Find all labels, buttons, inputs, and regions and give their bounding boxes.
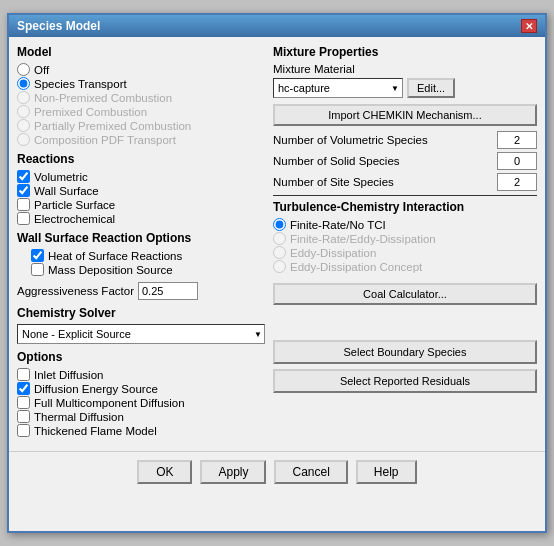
options-section-title: Options: [17, 350, 265, 364]
site-value: 2: [497, 173, 537, 191]
wall-reaction-group: Heat of Surface Reactions Mass Depositio…: [17, 249, 265, 276]
radio-finite-rate-eddy: [273, 232, 286, 245]
radio-premixed: [17, 105, 30, 118]
titlebar: Species Model ✕: [9, 15, 545, 37]
site-species-row: Number of Site Species 2: [273, 173, 537, 191]
left-panel: Model Off Species Transport Non-Premixed…: [17, 45, 265, 443]
select-buttons-group: Select Boundary Species Select Reported …: [273, 340, 537, 398]
aggressiveness-row: Aggressiveness Factor: [17, 282, 265, 300]
turbulence-finite-rate-eddy[interactable]: Finite-Rate/Eddy-Dissipation: [273, 232, 537, 245]
model-option-composition-pdf[interactable]: Composition PDF Transport: [17, 133, 265, 146]
footer: OK Apply Cancel Help: [9, 451, 545, 492]
main-content: Model Off Species Transport Non-Premixed…: [9, 37, 545, 451]
model-section-title: Model: [17, 45, 265, 59]
select-boundary-species-button[interactable]: Select Boundary Species: [273, 340, 537, 364]
help-button[interactable]: Help: [356, 460, 417, 484]
reaction-wall-surface[interactable]: Wall Surface: [17, 184, 265, 197]
import-chemkin-button[interactable]: Import CHEMKIN Mechanism...: [273, 104, 537, 126]
apply-button[interactable]: Apply: [200, 460, 266, 484]
radio-eddy-dissipation-concept: [273, 260, 286, 273]
chemistry-solver-combo[interactable]: None - Explicit Source ▼: [17, 324, 265, 344]
radio-finite-rate-no-tci[interactable]: [273, 218, 286, 231]
volumetric-species-row: Number of Volumetric Species 2: [273, 131, 537, 149]
reaction-particle-surface[interactable]: Particle Surface: [17, 198, 265, 211]
option-inlet-diffusion[interactable]: Inlet Diffusion: [17, 368, 265, 381]
combo-arrow-icon: ▼: [254, 330, 262, 339]
chemistry-solver-row: None - Explicit Source ▼: [17, 324, 265, 344]
radio-off[interactable]: [17, 63, 30, 76]
turbulence-section: Turbulence-Chemistry Interaction Finite-…: [273, 195, 537, 273]
turbulence-radio-group: Finite-Rate/No TCI Finite-Rate/Eddy-Diss…: [273, 218, 537, 273]
chemistry-solver-title: Chemistry Solver: [17, 306, 265, 320]
check-diffusion-energy[interactable]: [17, 382, 30, 395]
wall-reaction-heat[interactable]: Heat of Surface Reactions: [31, 249, 265, 262]
solid-species-row: Number of Solid Species 0: [273, 152, 537, 170]
radio-partially-premixed: [17, 119, 30, 132]
radio-species-transport[interactable]: [17, 77, 30, 90]
option-thermal-diffusion[interactable]: Thermal Diffusion: [17, 410, 265, 423]
mixture-material-label: Mixture Material: [273, 63, 537, 75]
solid-label: Number of Solid Species: [273, 155, 400, 167]
wall-reaction-title: Wall Surface Reaction Options: [17, 231, 265, 245]
aggressiveness-label: Aggressiveness Factor: [17, 285, 134, 297]
select-reported-residuals-button[interactable]: Select Reported Residuals: [273, 369, 537, 393]
check-inlet-diffusion[interactable]: [17, 368, 30, 381]
window-title: Species Model: [17, 19, 100, 33]
check-full-multicomponent[interactable]: [17, 396, 30, 409]
aggressiveness-input[interactable]: [138, 282, 198, 300]
reaction-electrochemical[interactable]: Electrochemical: [17, 212, 265, 225]
check-mass-deposition[interactable]: [31, 263, 44, 276]
turbulence-title: Turbulence-Chemistry Interaction: [273, 200, 537, 214]
wall-reaction-mass[interactable]: Mass Deposition Source: [31, 263, 265, 276]
radio-non-premixed: [17, 91, 30, 104]
option-thickened-flame[interactable]: Thickened Flame Model: [17, 424, 265, 437]
close-button[interactable]: ✕: [521, 19, 537, 33]
mixture-combo-arrow-icon: ▼: [391, 84, 399, 93]
site-label: Number of Site Species: [273, 176, 394, 188]
ok-button[interactable]: OK: [137, 460, 192, 484]
species-model-dialog: Species Model ✕ Model Off Species Transp…: [7, 13, 547, 533]
check-wall-surface[interactable]: [17, 184, 30, 197]
model-option-off[interactable]: Off: [17, 63, 265, 76]
turbulence-finite-rate-no-tci[interactable]: Finite-Rate/No TCI: [273, 218, 537, 231]
cancel-button[interactable]: Cancel: [274, 460, 347, 484]
option-diffusion-energy[interactable]: Diffusion Energy Source: [17, 382, 265, 395]
reactions-checkbox-group: Volumetric Wall Surface Particle Surface…: [17, 170, 265, 225]
mixture-material-combo[interactable]: hc-capture ▼: [273, 78, 403, 98]
turbulence-eddy-dissipation[interactable]: Eddy-Dissipation: [273, 246, 537, 259]
model-option-partially-premixed[interactable]: Partially Premixed Combustion: [17, 119, 265, 132]
mixture-properties-title: Mixture Properties: [273, 45, 537, 59]
model-option-non-premixed[interactable]: Non-Premixed Combustion: [17, 91, 265, 104]
option-full-multicomponent[interactable]: Full Multicomponent Diffusion: [17, 396, 265, 409]
check-volumetric[interactable]: [17, 170, 30, 183]
mixture-material-row: hc-capture ▼ Edit...: [273, 78, 537, 98]
check-thickened-flame[interactable]: [17, 424, 30, 437]
right-panel: Mixture Properties Mixture Material hc-c…: [273, 45, 537, 443]
volumetric-value: 2: [497, 131, 537, 149]
reactions-section-title: Reactions: [17, 152, 265, 166]
model-option-premixed[interactable]: Premixed Combustion: [17, 105, 265, 118]
reaction-volumetric[interactable]: Volumetric: [17, 170, 265, 183]
coal-calculator-button[interactable]: Coal Calculator...: [273, 283, 537, 305]
model-option-species-transport[interactable]: Species Transport: [17, 77, 265, 90]
turbulence-eddy-dissipation-concept[interactable]: Eddy-Dissipation Concept: [273, 260, 537, 273]
solid-value: 0: [497, 152, 537, 170]
check-electrochemical[interactable]: [17, 212, 30, 225]
edit-button[interactable]: Edit...: [407, 78, 455, 98]
check-heat-surface[interactable]: [31, 249, 44, 262]
check-thermal-diffusion[interactable]: [17, 410, 30, 423]
radio-eddy-dissipation: [273, 246, 286, 259]
volumetric-label: Number of Volumetric Species: [273, 134, 428, 146]
model-radio-group: Off Species Transport Non-Premixed Combu…: [17, 63, 265, 146]
radio-composition-pdf: [17, 133, 30, 146]
check-particle-surface[interactable]: [17, 198, 30, 211]
options-checkbox-group: Inlet Diffusion Diffusion Energy Source …: [17, 368, 265, 437]
